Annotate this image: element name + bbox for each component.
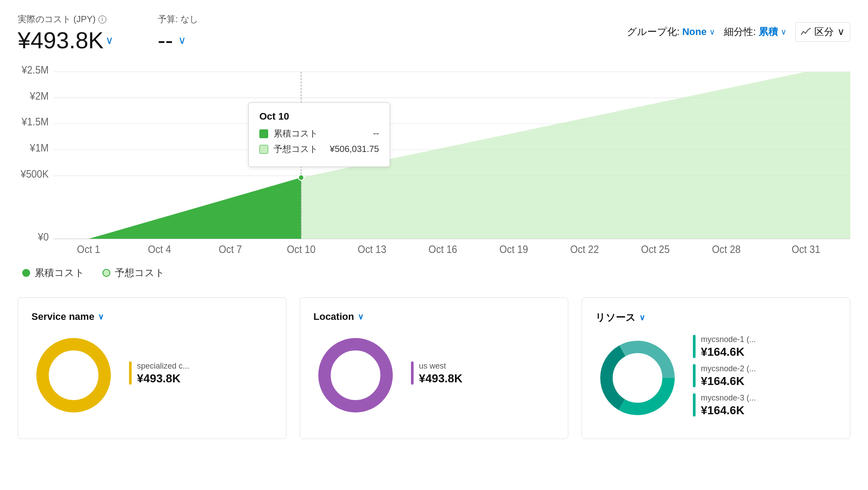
legend-forecast: 予想コスト — [102, 266, 165, 280]
controls-section: グループ化: None ∨ 細分性: 累積 ∨ 区分 ∨ — [627, 22, 850, 42]
svg-point-28 — [54, 356, 93, 395]
resource-legend-item-0: mycsnode-1 (... ¥164.6K — [693, 335, 837, 359]
chart-container: ¥2.5M ¥2M ¥1.5M ¥1M ¥500K ¥0 Oct 1 Oct 4… — [18, 62, 850, 257]
resource-legend-item-2: mycsnode-3 (... ¥164.6K — [693, 393, 837, 417]
svg-text:Oct 13: Oct 13 — [358, 244, 387, 255]
tooltip-actual-color — [259, 129, 268, 138]
granularity-dropdown[interactable]: 細分性: 累積 ∨ — [724, 25, 786, 39]
tooltip-forecast-color — [259, 145, 268, 154]
resource-content: mycsnode-1 (... ¥164.6K mycsnode-2 (... … — [595, 335, 837, 423]
chart-type-chevron-icon: ∨ — [837, 26, 845, 38]
legend-forecast-dot — [102, 269, 110, 277]
main-container: 実際のコスト (JPY) i ¥493.8K ∨ 予算: なし -- ∨ — [0, 0, 868, 452]
location-bar — [411, 362, 414, 385]
location-legend: us west ¥493.8K — [411, 362, 555, 391]
location-card: Location ∨ us west ¥493.8K — [300, 297, 568, 439]
svg-marker-13 — [89, 178, 301, 239]
service-name-chevron-icon: ∨ — [98, 312, 104, 322]
svg-point-34 — [618, 358, 657, 397]
tooltip-forecast-value: ¥506,031.75 — [330, 144, 379, 154]
tooltip-actual-label: 累積コスト — [274, 128, 318, 140]
service-name-donut — [31, 333, 116, 419]
resource-bar-0 — [693, 335, 696, 358]
resource-legend-item-1: mycsnode-2 (... ¥164.6K — [693, 364, 837, 388]
svg-text:¥0: ¥0 — [38, 232, 49, 243]
svg-text:¥2M: ¥2M — [29, 90, 49, 102]
location-content: us west ¥493.8K — [313, 333, 555, 419]
svg-text:¥500K: ¥500K — [20, 168, 48, 180]
tooltip-date: Oct 10 — [259, 111, 379, 122]
resource-bar-2 — [693, 393, 696, 416]
legend-actual-label: 累積コスト — [35, 266, 85, 280]
tooltip-actual-value: -- — [373, 128, 379, 139]
actual-cost-dropdown[interactable]: ¥493.8K ∨ — [18, 27, 113, 54]
service-name-legend: specialized c... ¥493.8K — [129, 362, 273, 391]
svg-text:Oct 4: Oct 4 — [148, 244, 171, 255]
resource-card: リソース ∨ mycsno — [582, 297, 850, 439]
chart-tooltip: Oct 10 累積コスト -- 予想コスト ¥506,031.75 — [248, 102, 390, 167]
resource-donut — [595, 336, 680, 422]
svg-text:Oct 22: Oct 22 — [570, 244, 599, 255]
budget-label: 予算: なし — [158, 13, 198, 25]
svg-text:¥2.5M: ¥2.5M — [21, 65, 49, 76]
location-donut — [313, 333, 398, 419]
actual-cost-label: 実際のコスト (JPY) i — [18, 13, 113, 25]
legend-forecast-label: 予想コスト — [115, 266, 165, 280]
service-name-card: Service name ∨ specialized c... ¥493.8 — [18, 297, 286, 439]
resource-legend: mycsnode-1 (... ¥164.6K mycsnode-2 (... … — [693, 335, 837, 423]
budget-dropdown[interactable]: -- ∨ — [158, 27, 198, 54]
svg-text:Oct 19: Oct 19 — [499, 244, 528, 255]
actual-cost-chevron-icon: ∨ — [106, 34, 113, 47]
location-chevron-icon: ∨ — [358, 312, 364, 322]
group-by-chevron-icon: ∨ — [709, 27, 715, 37]
info-icon[interactable]: i — [98, 16, 106, 23]
svg-text:Oct 1: Oct 1 — [77, 244, 100, 255]
granularity-chevron-icon: ∨ — [781, 27, 786, 37]
cost-section: 実際のコスト (JPY) i ¥493.8K ∨ 予算: なし -- ∨ — [18, 13, 198, 54]
actual-cost-block: 実際のコスト (JPY) i ¥493.8K ∨ — [18, 13, 113, 54]
header-section: 実際のコスト (JPY) i ¥493.8K ∨ 予算: なし -- ∨ — [18, 13, 850, 54]
group-by-dropdown[interactable]: グループ化: None ∨ — [627, 25, 715, 39]
svg-text:Oct 31: Oct 31 — [792, 244, 821, 255]
tooltip-forecast-label: 予想コスト — [274, 143, 318, 155]
tooltip-actual-row: 累積コスト -- — [259, 128, 379, 140]
svg-point-15 — [298, 175, 304, 181]
svg-text:¥1M: ¥1M — [29, 143, 49, 154]
legend-actual: 累積コスト — [22, 266, 85, 280]
svg-text:Oct 10: Oct 10 — [287, 244, 316, 255]
resource-header[interactable]: リソース ∨ — [595, 311, 837, 324]
resource-bar-1 — [693, 364, 696, 387]
svg-text:Oct 7: Oct 7 — [219, 244, 242, 255]
chart-legend: 累積コスト 予想コスト — [18, 266, 850, 280]
service-name-bar — [129, 362, 132, 385]
resource-chevron-icon: ∨ — [639, 313, 645, 323]
chart-type-button[interactable]: 区分 ∨ — [795, 22, 850, 42]
svg-text:Oct 16: Oct 16 — [429, 244, 457, 255]
service-name-legend-item: specialized c... ¥493.8K — [129, 362, 273, 385]
service-name-header[interactable]: Service name ∨ — [31, 311, 273, 323]
cards-section: Service name ∨ specialized c... ¥493.8 — [18, 297, 850, 439]
main-chart: ¥2.5M ¥2M ¥1.5M ¥1M ¥500K ¥0 Oct 1 Oct 4… — [18, 62, 850, 257]
budget-block: 予算: なし -- ∨ — [158, 13, 198, 54]
location-header[interactable]: Location ∨ — [313, 311, 555, 323]
svg-point-30 — [336, 356, 375, 395]
legend-actual-dot — [22, 269, 30, 277]
chart-icon — [801, 28, 811, 36]
location-legend-item: us west ¥493.8K — [411, 362, 555, 385]
service-name-content: specialized c... ¥493.8K — [31, 333, 273, 419]
svg-text:¥1.5M: ¥1.5M — [21, 117, 49, 128]
svg-text:Oct 25: Oct 25 — [641, 244, 670, 255]
tooltip-forecast-row: 予想コスト ¥506,031.75 — [259, 143, 379, 155]
svg-text:Oct 28: Oct 28 — [712, 244, 741, 255]
budget-chevron-icon: ∨ — [178, 34, 186, 47]
